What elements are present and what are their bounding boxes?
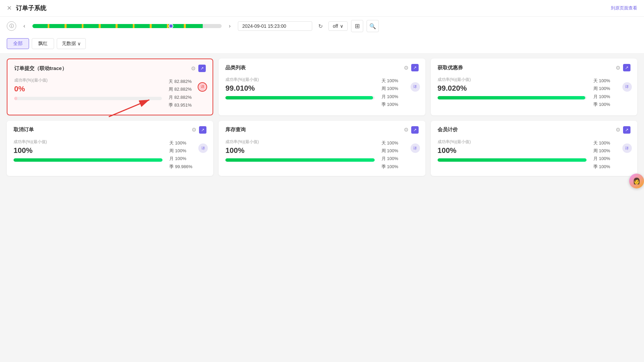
- filter-all-button[interactable]: 全部: [7, 38, 29, 49]
- card-left: 成功率(%)(最小值) 100%: [14, 139, 163, 162]
- metric-value: 100%: [14, 146, 163, 155]
- detail-button[interactable]: 详: [411, 82, 420, 92]
- prev-button[interactable]: ‹: [20, 21, 29, 31]
- cards-grid: 订单提交（联动trace） ⚙ ↗ 成功率(%)(最小值) 0%: [7, 59, 637, 176]
- stat-quarter: 季 100%: [593, 163, 630, 171]
- metric-label: 成功率(%)(最小值): [225, 139, 374, 145]
- card-icons: ⚙ ↗: [616, 64, 630, 71]
- detail-button[interactable]: 详: [622, 82, 632, 92]
- progress-bar-wrap: [14, 97, 162, 100]
- card-body: 成功率(%)(最小值) 0% 天 82.882% 周 82.882% 月 82.…: [14, 77, 206, 109]
- detail-button[interactable]: 详: [198, 143, 208, 153]
- detail-button[interactable]: 详: [622, 143, 632, 153]
- progress-bar: [225, 158, 374, 162]
- settings-icon[interactable]: ⚙: [404, 65, 408, 71]
- stat-quarter: 季 100%: [381, 100, 419, 108]
- progress-bar-wrap: [14, 158, 163, 162]
- stat-quarter: 季 83.951%: [169, 101, 206, 109]
- filter-red-button[interactable]: 飘红: [32, 38, 54, 49]
- settings-icon[interactable]: ⚙: [192, 127, 196, 133]
- link-icon[interactable]: ↗: [623, 126, 630, 134]
- stat-quarter: 季 100%: [593, 100, 630, 108]
- main-window: ✕ 订单子系统 到原页面查看 ⓘ ‹: [0, 0, 644, 362]
- card-icons: ⚙ ↗: [404, 64, 419, 71]
- card-header: 获取优惠券 ⚙ ↗: [438, 64, 630, 71]
- detail-button[interactable]: 详: [411, 143, 420, 153]
- grid-view-button[interactable]: ⊞: [351, 20, 363, 32]
- stat-month: 月 82.882%: [169, 93, 206, 101]
- progress-bar-wrap: [438, 96, 587, 99]
- stat-month: 月 100%: [381, 155, 419, 162]
- off-dropdown[interactable]: off ∨: [328, 21, 348, 31]
- card-icons: ⚙ ↗: [616, 126, 630, 134]
- metric-label: 成功率(%)(最小值): [14, 139, 163, 145]
- main-content: 订单提交（联动trace） ⚙ ↗ 成功率(%)(最小值) 0%: [0, 53, 644, 362]
- card-body: 成功率(%)(最小值) 100% 天 100% 周 100% 月 100% 季 …: [225, 139, 418, 171]
- stat-quarter: 季 99.986%: [169, 163, 206, 171]
- timeline-container[interactable]: [32, 21, 222, 31]
- card-left: 成功率(%)(最小值) 99.010%: [225, 77, 374, 99]
- datetime-input[interactable]: 2024-09-01 15:23:00: [238, 21, 312, 31]
- link-icon[interactable]: ↗: [411, 64, 419, 71]
- card-order-submit: 订单提交（联动trace） ⚙ ↗ 成功率(%)(最小值) 0%: [7, 59, 213, 115]
- no-data-label: 无数据: [62, 41, 76, 47]
- metric-label: 成功率(%)(最小值): [438, 139, 587, 145]
- progress-bar: [438, 158, 587, 162]
- metric-value: 100%: [225, 146, 374, 155]
- metric-label: 成功率(%)(最小值): [14, 77, 162, 83]
- filter-bar: 全部 飘红 无数据 ∨: [0, 36, 644, 53]
- progress-bar: [14, 158, 163, 162]
- progress-bar: [14, 97, 17, 100]
- stat-month: 月 100%: [169, 155, 206, 162]
- card-cancel-order: 取消订单 ⚙ ↗ 成功率(%)(最小值) 100%: [7, 121, 213, 176]
- search-button[interactable]: 🔍: [367, 20, 379, 32]
- card-title: 库存查询: [225, 127, 246, 133]
- settings-icon[interactable]: ⚙: [616, 65, 620, 71]
- card-icons: ⚙ ↗: [404, 126, 419, 134]
- card-title: 品类列表: [225, 65, 246, 71]
- filter-no-data-dropdown[interactable]: 无数据 ∨: [57, 38, 86, 49]
- info-icon[interactable]: ⓘ: [7, 21, 16, 31]
- card-category-list: 品类列表 ⚙ ↗ 成功率(%)(最小值) 99.010%: [219, 59, 425, 115]
- card-body: 成功率(%)(最小值) 100% 天 100% 周 100% 月 100% 季 …: [14, 139, 206, 171]
- next-button[interactable]: ›: [225, 21, 234, 31]
- avatar[interactable]: 👩: [629, 174, 644, 188]
- detail-button[interactable]: 详: [198, 82, 207, 92]
- metric-value: 100%: [438, 146, 587, 155]
- progress-bar: [438, 96, 585, 99]
- metric-label: 成功率(%)(最小值): [438, 77, 587, 83]
- card-left: 成功率(%)(最小值) 100%: [438, 139, 587, 162]
- toolbar: ⓘ ‹: [0, 17, 644, 36]
- card-icons: ⚙ ↗: [192, 126, 206, 134]
- link-icon[interactable]: ↗: [411, 126, 419, 134]
- metric-value: 0%: [14, 85, 162, 93]
- link-icon[interactable]: ↗: [198, 65, 206, 72]
- close-icon[interactable]: ✕: [7, 4, 12, 12]
- card-title: 获取优惠券: [438, 65, 463, 71]
- stat-month: 月 100%: [381, 93, 419, 100]
- link-icon[interactable]: ↗: [199, 126, 206, 134]
- metric-value: 99.020%: [438, 84, 587, 93]
- settings-icon[interactable]: ⚙: [616, 127, 620, 133]
- view-original-link[interactable]: 到原页面查看: [611, 5, 637, 11]
- dropdown-chevron-icon: ∨: [77, 41, 81, 46]
- card-stats: 天 100% 周 100% 月 100% 季 100%: [381, 77, 419, 109]
- card-title: 会员计价: [438, 127, 458, 133]
- card-body: 成功率(%)(最小值) 99.010% 天 100% 周 100% 月 100%…: [225, 77, 418, 109]
- card-left: 成功率(%)(最小值) 0%: [14, 77, 162, 100]
- progress-bar-wrap: [225, 158, 374, 162]
- card-header: 订单提交（联动trace） ⚙ ↗: [14, 65, 206, 72]
- stat-quarter: 季 100%: [381, 163, 419, 171]
- card-stats: 天 100% 周 100% 月 100% 季 100%: [593, 77, 630, 109]
- settings-icon[interactable]: ⚙: [404, 127, 408, 133]
- card-header: 品类列表 ⚙ ↗: [225, 64, 418, 71]
- settings-icon[interactable]: ⚙: [191, 65, 196, 72]
- title-bar: ✕ 订单子系统 到原页面查看: [0, 0, 644, 17]
- progress-bar: [225, 96, 373, 99]
- metric-value: 99.010%: [225, 84, 374, 93]
- timeline-bar[interactable]: [32, 24, 222, 28]
- page-title: 订单子系统: [16, 4, 46, 12]
- link-icon[interactable]: ↗: [623, 64, 630, 71]
- card-title: 订单提交（联动trace）: [14, 65, 67, 72]
- refresh-button[interactable]: ↻: [316, 21, 325, 31]
